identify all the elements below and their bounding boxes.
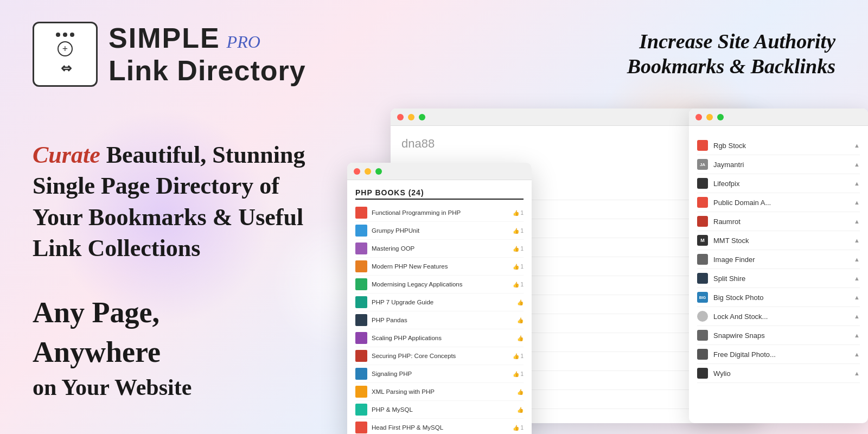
item-count: ▲ — [854, 351, 860, 358]
win-close-dot — [354, 168, 360, 175]
logo-simple: SIMPLE — [108, 22, 220, 54]
section-php-books-title: PHP BOOKS (24) — [355, 188, 524, 200]
win-max-dot — [717, 114, 724, 120]
logo-plus-icon: + — [58, 41, 73, 56]
logo-link-directory: Link Directory — [108, 54, 306, 87]
win-min-dot — [365, 168, 371, 175]
window-right-header — [689, 108, 868, 126]
item-icon — [355, 260, 367, 272]
list-item: Head First PHP & MySQL 👍 1 — [355, 419, 524, 434]
list-item: Mastering OOP 👍 1 — [355, 240, 524, 258]
item-name: Signaling PHP — [372, 371, 508, 377]
item-count: 👍 1 — [513, 228, 524, 234]
item-name: Jaymantri — [713, 161, 848, 169]
logo-text: SIMPLE PRO Link Directory — [108, 22, 306, 87]
list-item: Rgb Stock ▲ — [697, 136, 860, 155]
list-item: Grumpy PHPUnit 👍 1 — [355, 222, 524, 240]
logo-link-icon: ⇔ — [61, 61, 70, 76]
tagline-line1: Increase Site Authority — [627, 29, 835, 54]
item-count: 👍 1 — [513, 425, 524, 431]
hero-beautiful: Beautiful, Stunning — [100, 142, 305, 168]
item-icon — [355, 350, 367, 362]
window-right: Rgb Stock ▲ JA Jaymantri ▲ Lifeofpix ▲ — [689, 108, 868, 423]
item-name: Image Finder — [713, 256, 848, 264]
hero-anywhere: Anywhere — [33, 333, 320, 372]
logo-area: + ⇔ SIMPLE PRO Link Directory — [33, 22, 306, 87]
hero-text-bottom: Any Page, Anywhere on Your Website — [33, 293, 320, 403]
item-icon — [697, 349, 708, 360]
item-name: Grumpy PHPUnit — [372, 227, 508, 234]
list-item: Functional Programming in PHP 👍 1 — [355, 204, 524, 222]
logo-dot — [70, 33, 74, 37]
item-count: ▲ — [854, 370, 860, 376]
header: + ⇔ SIMPLE PRO Link Directory Increase S… — [0, 0, 868, 108]
item-count: ▲ — [854, 313, 860, 320]
hero-curate: Curate — [33, 142, 100, 168]
item-name: PHP & MySQL — [372, 406, 513, 413]
list-item: Lifeofpix ▲ — [697, 174, 860, 193]
list-item: M MMT Stock ▲ — [697, 231, 860, 250]
item-icon — [697, 197, 708, 208]
item-count: ▲ — [854, 256, 860, 263]
item-icon — [697, 273, 708, 284]
item-count: 👍 1 — [513, 282, 524, 288]
logo-pro: PRO — [227, 32, 260, 52]
item-name: Head First PHP & MySQL — [372, 424, 508, 431]
list-item: Wylio ▲ — [697, 364, 860, 383]
item-name: Split Shire — [713, 275, 848, 283]
item-count: ▲ — [854, 294, 860, 301]
item-icon: JA — [697, 159, 708, 170]
item-name: Public Domain A... — [713, 199, 848, 207]
item-icon: M — [697, 235, 708, 246]
item-count: 👍 — [517, 317, 524, 323]
item-icon — [697, 311, 708, 322]
item-icon — [355, 332, 367, 344]
item-icon — [355, 296, 367, 308]
item-count: 👍 — [517, 335, 524, 341]
item-icon — [355, 278, 367, 290]
item-count: 👍 — [517, 407, 524, 413]
item-name: Scaling PHP Applications — [372, 335, 513, 341]
item-count: 👍 1 — [513, 246, 524, 252]
item-name: Wylio — [713, 369, 848, 378]
win-max-dot — [375, 168, 382, 175]
win-min-dot — [408, 114, 414, 120]
item-count: 👍 — [517, 299, 524, 305]
list-item: Modern PHP New Features 👍 1 — [355, 258, 524, 276]
list-item: Lock And Stock... ▲ — [697, 307, 860, 326]
item-count: ▲ — [854, 237, 860, 244]
list-item: Signaling PHP 👍 1 — [355, 365, 524, 383]
item-name: Functional Programming in PHP — [372, 209, 508, 216]
list-item: PHP 7 Upgrade Guide 👍 — [355, 293, 524, 311]
item-icon — [697, 254, 708, 265]
item-count: ▲ — [854, 180, 860, 187]
item-name: Modernising Legacy Applications — [372, 281, 508, 288]
list-item: PHP & MySQL 👍 — [355, 401, 524, 419]
item-icon — [355, 314, 367, 326]
hero-line4: Link Collections — [33, 235, 200, 261]
item-icon: BIG — [697, 292, 708, 303]
logo-dot — [63, 33, 67, 37]
item-icon — [697, 140, 708, 151]
item-name: Rgb Stock — [713, 142, 848, 150]
window-front-header — [347, 163, 532, 180]
item-name: PHP 7 Upgrade Guide — [372, 299, 513, 305]
logo-dot — [56, 33, 60, 37]
left-panel: Curate Beautiful, Stunning Single Page D… — [0, 108, 353, 434]
item-name: PHP Pandas — [372, 317, 513, 323]
item-icon — [355, 422, 367, 433]
item-name: Lifeofpix — [713, 180, 848, 188]
item-count: 👍 — [517, 389, 524, 395]
hero-line2: Single Page Directory of — [33, 173, 279, 199]
hero-line3: Your Bookmarks & Useful — [33, 204, 303, 231]
item-count: ▲ — [854, 199, 860, 206]
item-count: 👍 1 — [513, 210, 524, 216]
list-item: Image Finder ▲ — [697, 250, 860, 269]
item-count: ▲ — [854, 161, 860, 168]
list-item: PHP Pandas 👍 — [355, 311, 524, 329]
list-item: XML Parsing with PHP 👍 — [355, 383, 524, 401]
item-icon — [697, 178, 708, 189]
screenshots-area: dna88 COLOR SCHEMES (13) Adobe Color ▲ 2… — [347, 92, 868, 434]
item-count: 👍 1 — [513, 353, 524, 359]
item-name: MMT Stock — [713, 237, 848, 245]
